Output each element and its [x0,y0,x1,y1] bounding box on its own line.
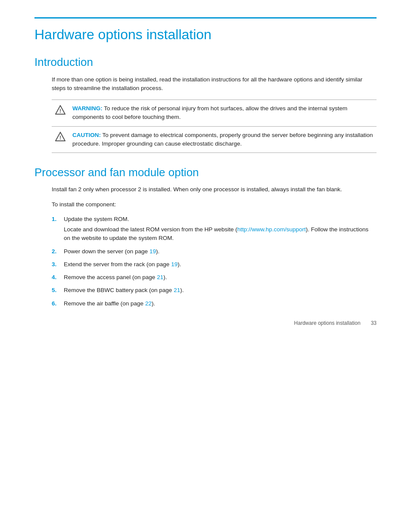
footer-left: Hardware options installation [294,320,361,326]
step-5-text: Remove the BBWC battery pack (on page [64,287,174,293]
caution-triangle-icon: ! [55,132,65,141]
introduction-body: If more than one option is being install… [52,75,377,93]
caution-label: CAUTION: [72,132,101,138]
step-4-content: Remove the access panel (on page 21). [64,273,377,282]
step-5-content: Remove the BBWC battery pack (on page 21… [64,286,377,295]
page-title: Hardware options installation [34,26,377,43]
step-3-link[interactable]: 19 [171,261,177,268]
processor-section-heading: Processor and fan module option [34,166,377,179]
step-2-text: Power down the server (on page [64,248,149,255]
step-1-number: 1. [52,215,64,243]
step-3-text: Extend the server from the rack (on page [64,261,171,268]
step-6-link[interactable]: 22 [145,300,152,307]
step-2: 2. Power down the server (on page 19). [52,247,377,256]
step-1-link[interactable]: http://www.hp.com/support [237,226,306,233]
step-4: 4. Remove the access panel (on page 21). [52,273,377,282]
step-1: 1. Update the system ROM. Locate and dow… [52,215,377,243]
step-3-number: 3. [52,260,64,269]
step-4-number: 4. [52,273,64,282]
step-5: 5. Remove the BBWC battery pack (on page… [52,286,377,295]
warning-text: To reduce the risk of personal injury fr… [72,105,347,120]
step-1-text: Update the system ROM. [64,216,129,222]
svg-text:!: ! [59,135,61,141]
warning-text-cell: WARNING: To reduce the risk of personal … [69,100,377,127]
processor-intro1: Install fan 2 only when processor 2 is i… [52,185,377,194]
caution-text: To prevent damage to electrical componen… [72,132,373,147]
step-4-text-after: ). [163,274,167,280]
warning-label: WARNING: [72,105,103,112]
page-container: Hardware options installation Introducti… [0,0,411,338]
step-2-text-after: ). [156,248,159,255]
caution-row: ! CAUTION: To prevent damage to electric… [52,126,377,153]
step-1-content: Update the system ROM. Locate and downlo… [64,215,377,243]
step-2-number: 2. [52,247,64,256]
caution-text-cell: CAUTION: To prevent damage to electrical… [69,126,377,153]
footer-page-number: 33 [371,320,377,326]
top-rule [34,17,377,19]
step-5-link[interactable]: 21 [174,287,180,293]
step-2-link[interactable]: 19 [149,248,156,255]
caution-icon-cell: ! [52,126,69,153]
processor-intro2: To install the component: [52,200,377,209]
svg-text:!: ! [59,108,61,114]
step-6: 6. Remove the air baffle (on page 22). [52,299,377,308]
step-6-content: Remove the air baffle (on page 22). [64,299,377,308]
step-3: 3. Extend the server from the rack (on p… [52,260,377,269]
warning-icon-cell: ! [52,100,69,127]
warning-triangle-icon: ! [55,105,65,115]
notice-table: ! WARNING: To reduce the risk of persona… [52,100,377,153]
step-2-content: Power down the server (on page 19). [64,247,377,256]
step-6-text-after: ). [152,300,155,307]
step-6-text: Remove the air baffle (on page [64,300,145,307]
step-5-text-after: ). [180,287,184,293]
step-1-sub: Locate and download the latest ROM versi… [64,225,377,243]
introduction-heading: Introduction [34,56,377,69]
step-6-number: 6. [52,299,64,308]
step-1-sub-text: Locate and download the latest ROM versi… [64,226,237,233]
step-5-number: 5. [52,286,64,295]
step-4-text: Remove the access panel (on page [64,274,157,280]
step-3-content: Extend the server from the rack (on page… [64,260,377,269]
step-4-link[interactable]: 21 [157,274,163,280]
step-3-text-after: ). [177,261,181,268]
footer: Hardware options installation 33 [294,320,377,326]
steps-list: 1. Update the system ROM. Locate and dow… [52,215,377,308]
warning-row: ! WARNING: To reduce the risk of persona… [52,100,377,127]
